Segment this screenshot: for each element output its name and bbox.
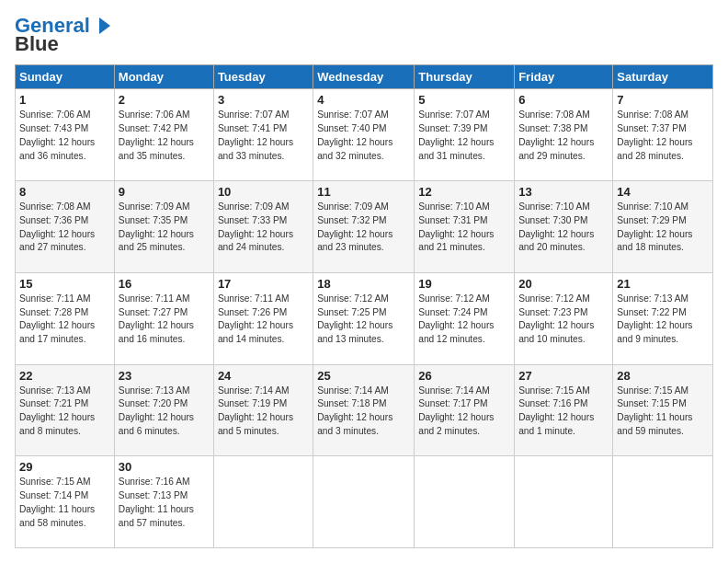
- calendar-cell: 21 Sunrise: 7:13 AMSunset: 7:22 PMDaylig…: [613, 272, 713, 364]
- calendar-cell: [613, 456, 713, 548]
- day-info: Sunrise: 7:10 AMSunset: 7:30 PMDaylight:…: [518, 201, 609, 255]
- day-info: Sunrise: 7:06 AMSunset: 7:42 PMDaylight:…: [119, 109, 210, 163]
- day-number: 27: [518, 369, 609, 383]
- calendar-cell: 26 Sunrise: 7:14 AMSunset: 7:17 PMDaylig…: [415, 364, 515, 456]
- day-info: Sunrise: 7:09 AMSunset: 7:32 PMDaylight:…: [317, 201, 410, 255]
- day-number: 20: [518, 277, 609, 291]
- day-number: 21: [617, 277, 709, 291]
- calendar-cell: 2 Sunrise: 7:06 AMSunset: 7:42 PMDayligh…: [114, 89, 213, 181]
- day-info: Sunrise: 7:14 AMSunset: 7:19 PMDaylight:…: [218, 385, 309, 439]
- day-number: 8: [19, 185, 110, 199]
- day-info: Sunrise: 7:08 AMSunset: 7:36 PMDaylight:…: [19, 201, 110, 255]
- day-number: 4: [317, 93, 410, 107]
- calendar-cell: 20 Sunrise: 7:12 AMSunset: 7:23 PMDaylig…: [515, 272, 613, 364]
- calendar-cell: 7 Sunrise: 7:08 AMSunset: 7:37 PMDayligh…: [613, 89, 713, 181]
- day-info: Sunrise: 7:09 AMSunset: 7:33 PMDaylight:…: [218, 201, 309, 255]
- day-info: Sunrise: 7:15 AMSunset: 7:15 PMDaylight:…: [617, 385, 709, 439]
- day-number: 18: [317, 277, 410, 291]
- day-number: 26: [418, 369, 510, 383]
- logo: General Blue: [15, 15, 112, 55]
- calendar-cell: 15 Sunrise: 7:11 AMSunset: 7:28 PMDaylig…: [16, 272, 115, 364]
- calendar-cell: 6 Sunrise: 7:08 AMSunset: 7:38 PMDayligh…: [515, 89, 613, 181]
- calendar-week-row: 29 Sunrise: 7:15 AMSunset: 7:14 PMDaylig…: [16, 456, 713, 548]
- calendar-cell: [415, 456, 515, 548]
- calendar-cell: 11 Sunrise: 7:09 AMSunset: 7:32 PMDaylig…: [313, 181, 415, 273]
- calendar-cell: 3 Sunrise: 7:07 AMSunset: 7:41 PMDayligh…: [213, 89, 313, 181]
- day-info: Sunrise: 7:13 AMSunset: 7:20 PMDaylight:…: [119, 385, 210, 439]
- day-number: 10: [218, 185, 309, 199]
- day-of-week-header: Monday: [114, 65, 213, 89]
- day-info: Sunrise: 7:08 AMSunset: 7:37 PMDaylight:…: [617, 109, 709, 163]
- day-info: Sunrise: 7:10 AMSunset: 7:31 PMDaylight:…: [418, 201, 510, 255]
- day-number: 15: [19, 277, 110, 291]
- calendar-cell: 25 Sunrise: 7:14 AMSunset: 7:18 PMDaylig…: [313, 364, 415, 456]
- page: General Blue SundayMondayTuesdayWednesda…: [0, 0, 728, 563]
- day-info: Sunrise: 7:13 AMSunset: 7:21 PMDaylight:…: [19, 385, 110, 439]
- calendar-table: SundayMondayTuesdayWednesdayThursdayFrid…: [15, 64, 713, 548]
- day-number: 6: [518, 93, 609, 107]
- day-number: 9: [119, 185, 210, 199]
- calendar-cell: 9 Sunrise: 7:09 AMSunset: 7:35 PMDayligh…: [114, 181, 213, 273]
- day-info: Sunrise: 7:10 AMSunset: 7:29 PMDaylight:…: [617, 201, 709, 255]
- day-info: Sunrise: 7:06 AMSunset: 7:43 PMDaylight:…: [19, 109, 110, 163]
- day-number: 1: [19, 93, 110, 107]
- day-number: 14: [617, 185, 709, 199]
- calendar-cell: 13 Sunrise: 7:10 AMSunset: 7:30 PMDaylig…: [515, 181, 613, 273]
- day-number: 25: [317, 369, 410, 383]
- calendar-week-row: 1 Sunrise: 7:06 AMSunset: 7:43 PMDayligh…: [16, 89, 713, 181]
- day-info: Sunrise: 7:12 AMSunset: 7:23 PMDaylight:…: [518, 293, 609, 347]
- day-info: Sunrise: 7:11 AMSunset: 7:26 PMDaylight:…: [218, 293, 309, 347]
- calendar-cell: 1 Sunrise: 7:06 AMSunset: 7:43 PMDayligh…: [16, 89, 115, 181]
- calendar-cell: 27 Sunrise: 7:15 AMSunset: 7:16 PMDaylig…: [515, 364, 613, 456]
- day-info: Sunrise: 7:08 AMSunset: 7:38 PMDaylight:…: [518, 109, 609, 163]
- calendar-cell: 10 Sunrise: 7:09 AMSunset: 7:33 PMDaylig…: [213, 181, 313, 273]
- day-number: 30: [119, 460, 210, 474]
- day-number: 12: [418, 185, 510, 199]
- header: General Blue: [15, 15, 713, 55]
- day-info: Sunrise: 7:07 AMSunset: 7:39 PMDaylight:…: [418, 109, 510, 163]
- day-info: Sunrise: 7:12 AMSunset: 7:25 PMDaylight:…: [317, 293, 410, 347]
- day-info: Sunrise: 7:15 AMSunset: 7:14 PMDaylight:…: [19, 476, 110, 530]
- calendar-cell: 12 Sunrise: 7:10 AMSunset: 7:31 PMDaylig…: [415, 181, 515, 273]
- day-of-week-header: Thursday: [415, 65, 515, 89]
- day-number: 13: [518, 185, 609, 199]
- day-number: 19: [418, 277, 510, 291]
- day-info: Sunrise: 7:14 AMSunset: 7:17 PMDaylight:…: [418, 385, 510, 439]
- calendar-cell: 29 Sunrise: 7:15 AMSunset: 7:14 PMDaylig…: [16, 456, 115, 548]
- day-number: 29: [19, 460, 110, 474]
- calendar-cell: 22 Sunrise: 7:13 AMSunset: 7:21 PMDaylig…: [16, 364, 115, 456]
- day-number: 2: [119, 93, 210, 107]
- day-number: 3: [218, 93, 309, 107]
- day-number: 23: [119, 369, 210, 383]
- day-info: Sunrise: 7:15 AMSunset: 7:16 PMDaylight:…: [518, 385, 609, 439]
- day-info: Sunrise: 7:14 AMSunset: 7:18 PMDaylight:…: [317, 385, 410, 439]
- day-info: Sunrise: 7:09 AMSunset: 7:35 PMDaylight:…: [119, 201, 210, 255]
- calendar-cell: 24 Sunrise: 7:14 AMSunset: 7:19 PMDaylig…: [213, 364, 313, 456]
- calendar-week-row: 8 Sunrise: 7:08 AMSunset: 7:36 PMDayligh…: [16, 181, 713, 273]
- calendar-cell: 16 Sunrise: 7:11 AMSunset: 7:27 PMDaylig…: [114, 272, 213, 364]
- day-of-week-header: Saturday: [613, 65, 713, 89]
- day-of-week-header: Wednesday: [313, 65, 415, 89]
- day-info: Sunrise: 7:07 AMSunset: 7:40 PMDaylight:…: [317, 109, 410, 163]
- day-number: 28: [617, 369, 709, 383]
- svg-marker-0: [99, 17, 110, 34]
- calendar-cell: 8 Sunrise: 7:08 AMSunset: 7:36 PMDayligh…: [16, 181, 115, 273]
- calendar-week-row: 22 Sunrise: 7:13 AMSunset: 7:21 PMDaylig…: [16, 364, 713, 456]
- calendar-cell: 17 Sunrise: 7:11 AMSunset: 7:26 PMDaylig…: [213, 272, 313, 364]
- calendar-cell: [313, 456, 415, 548]
- calendar-cell: [515, 456, 613, 548]
- day-of-week-header: Sunday: [16, 65, 115, 89]
- calendar-cell: 4 Sunrise: 7:07 AMSunset: 7:40 PMDayligh…: [313, 89, 415, 181]
- day-info: Sunrise: 7:11 AMSunset: 7:27 PMDaylight:…: [119, 293, 210, 347]
- calendar-cell: 18 Sunrise: 7:12 AMSunset: 7:25 PMDaylig…: [313, 272, 415, 364]
- logo-arrow-icon: [92, 16, 112, 36]
- calendar-cell: 28 Sunrise: 7:15 AMSunset: 7:15 PMDaylig…: [613, 364, 713, 456]
- logo-blue: Blue: [15, 33, 59, 55]
- calendar-header-row: SundayMondayTuesdayWednesdayThursdayFrid…: [16, 65, 713, 89]
- day-number: 16: [119, 277, 210, 291]
- day-number: 11: [317, 185, 410, 199]
- day-info: Sunrise: 7:13 AMSunset: 7:22 PMDaylight:…: [617, 293, 709, 347]
- day-of-week-header: Friday: [515, 65, 613, 89]
- day-of-week-header: Tuesday: [213, 65, 313, 89]
- calendar-cell: [213, 456, 313, 548]
